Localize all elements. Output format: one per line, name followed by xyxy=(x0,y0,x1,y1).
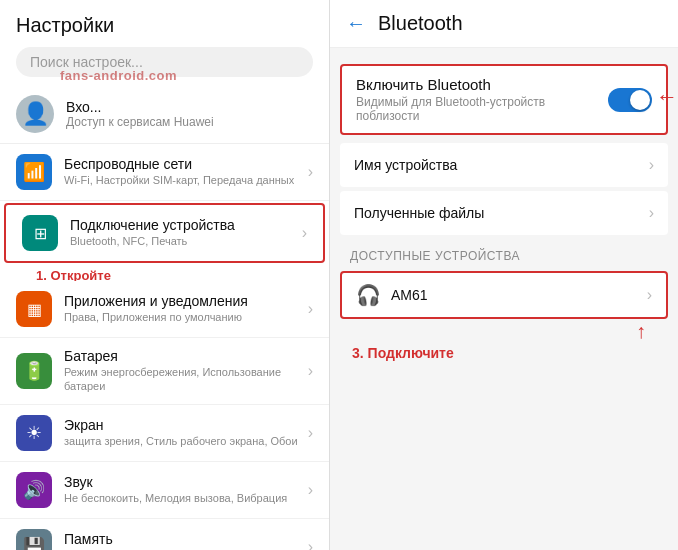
right-title: Bluetooth xyxy=(378,12,463,35)
bt-row-device-name-label: Имя устройства xyxy=(354,157,457,173)
avatar-icon: 👤 xyxy=(22,101,49,127)
sound-sub: Не беспокоить, Мелодия вызова, Вибрация xyxy=(64,491,287,505)
bt-toggle-row: Включить Bluetooth Видимый для Bluetooth… xyxy=(356,76,652,123)
bt-toggle-text: Включить Bluetooth Видимый для Bluetooth… xyxy=(356,76,608,123)
apps-text: Приложения и уведомления Права, Приложен… xyxy=(64,293,248,324)
apps-sub: Права, Приложения по умолчанию xyxy=(64,310,248,324)
sound-text: Звук Не беспокоить, Мелодия вызова, Вибр… xyxy=(64,474,287,505)
apps-chevron: › xyxy=(308,300,313,318)
arrow-connect: ↑ xyxy=(636,320,646,343)
device-name-am61: AM61 xyxy=(391,287,428,303)
device-connection-sub: Bluetooth, NFC, Печать xyxy=(70,234,235,248)
profile-name: Вхо... xyxy=(66,99,214,115)
profile-text: Вхо... Доступ к сервисам Huawei xyxy=(66,99,214,129)
apps-icon: ▦ xyxy=(16,291,52,327)
settings-list: 📶 Беспроводные сети Wi-Fi, Настройки SIM… xyxy=(0,144,329,550)
apps-title: Приложения и уведомления xyxy=(64,293,248,309)
battery-chevron: › xyxy=(308,362,313,380)
settings-item-display[interactable]: ☀ Экран защита зрения, Стиль рабочего эк… xyxy=(0,405,329,462)
bluetooth-toggle-switch[interactable] xyxy=(608,88,652,112)
memory-text: Память Память, Очистка памяти xyxy=(64,531,190,550)
wireless-sub: Wi-Fi, Настройки SIM-карт, Передача данн… xyxy=(64,173,294,187)
battery-sub: Режим энергосбережения, Использование ба… xyxy=(64,365,308,394)
device-connection-icon: ⊞ xyxy=(22,215,58,251)
settings-item-device-connection[interactable]: ⊞ Подключение устройства Bluetooth, NFC,… xyxy=(4,203,325,263)
headphones-icon: 🎧 xyxy=(356,283,381,307)
right-panel: ← Bluetooth Включить Bluetooth Видимый д… xyxy=(330,0,678,550)
right-content: Включить Bluetooth Видимый для Bluetooth… xyxy=(330,48,678,550)
device-left: 🎧 AM61 xyxy=(356,283,428,307)
memory-title: Память xyxy=(64,531,190,547)
am61-chevron: › xyxy=(647,286,652,304)
device-name-chevron: › xyxy=(649,156,654,174)
settings-item-apps[interactable]: ▦ Приложения и уведомления Права, Прилож… xyxy=(0,281,329,338)
display-chevron: › xyxy=(308,424,313,442)
back-arrow-icon[interactable]: ← xyxy=(346,12,366,35)
battery-icon: 🔋 xyxy=(16,353,52,389)
sound-title: Звук xyxy=(64,474,287,490)
right-header: ← Bluetooth xyxy=(330,0,678,48)
display-title: Экран xyxy=(64,417,298,433)
arrow-enable: ← xyxy=(656,84,678,110)
memory-icon: 💾 xyxy=(16,529,52,550)
settings-item-sound[interactable]: 🔊 Звук Не беспокоить, Мелодия вызова, Ви… xyxy=(0,462,329,519)
received-files-chevron: › xyxy=(649,204,654,222)
device-connection-chevron: › xyxy=(302,224,307,242)
left-header: Настройки Поиск настроек... xyxy=(0,0,329,85)
memory-chevron: › xyxy=(308,538,313,550)
wireless-chevron: › xyxy=(308,163,313,181)
bt-row-received-files[interactable]: Полученные файлы › xyxy=(340,191,668,235)
device-connection-text: Подключение устройства Bluetooth, NFC, П… xyxy=(70,217,235,248)
wireless-text: Беспроводные сети Wi-Fi, Настройки SIM-к… xyxy=(64,156,294,187)
display-icon: ☀ xyxy=(16,415,52,451)
bt-row-device-name[interactable]: Имя устройства › xyxy=(340,143,668,187)
bt-toggle-sub: Видимый для Bluetooth-устройств поблизос… xyxy=(356,95,608,123)
settings-item-wireless[interactable]: 📶 Беспроводные сети Wi-Fi, Настройки SIM… xyxy=(0,144,329,201)
device-connection-title: Подключение устройства xyxy=(70,217,235,233)
sound-icon: 🔊 xyxy=(16,472,52,508)
search-bar[interactable]: Поиск настроек... xyxy=(16,47,313,77)
battery-text: Батарея Режим энергосбережения, Использо… xyxy=(64,348,308,394)
battery-title: Батарея xyxy=(64,348,308,364)
bt-toggle-label: Включить Bluetooth xyxy=(356,76,608,93)
wireless-title: Беспроводные сети xyxy=(64,156,294,172)
display-text: Экран защита зрения, Стиль рабочего экра… xyxy=(64,417,298,448)
profile-row[interactable]: 👤 Вхо... Доступ к сервисам Huawei xyxy=(0,85,329,144)
settings-item-memory[interactable]: 💾 Память Память, Очистка памяти › xyxy=(0,519,329,550)
bluetooth-toggle-section: Включить Bluetooth Видимый для Bluetooth… xyxy=(340,64,668,135)
bt-row-received-files-label: Полученные файлы xyxy=(354,205,484,221)
wireless-icon: 📶 xyxy=(16,154,52,190)
display-sub: защита зрения, Стиль рабочего экрана, Об… xyxy=(64,434,298,448)
section-available-label: ДОСТУПНЫЕ УСТРОЙСТВА xyxy=(330,239,678,267)
label-connect: 3. Подключите xyxy=(352,345,454,361)
profile-sub: Доступ к сервисам Huawei xyxy=(66,115,214,129)
settings-title: Настройки xyxy=(16,14,313,37)
device-row-am61[interactable]: 🎧 AM61 › ↑ 3. Подключите xyxy=(340,271,668,319)
settings-item-battery[interactable]: 🔋 Батарея Режим энергосбережения, Исполь… xyxy=(0,338,329,405)
left-panel: Настройки Поиск настроек... 👤 Вхо... Дос… xyxy=(0,0,330,550)
sound-chevron: › xyxy=(308,481,313,499)
toggle-knob xyxy=(630,90,650,110)
avatar: 👤 xyxy=(16,95,54,133)
